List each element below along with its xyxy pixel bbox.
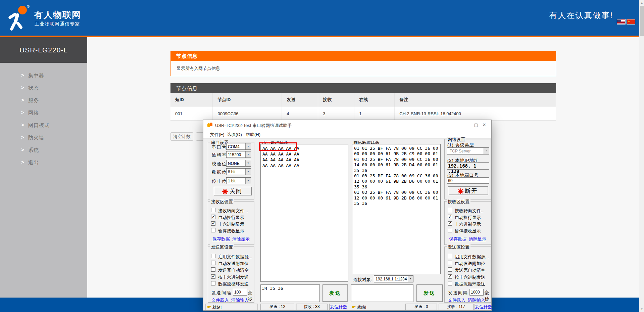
recv-settings-title: 接收区设置 [447, 199, 470, 205]
send-interval-input[interactable]: 100 [233, 289, 247, 296]
save-data-link[interactable]: 保存数据 [212, 236, 230, 242]
pointing-hand-icon: ☛ [207, 304, 211, 310]
sidebar-item-system[interactable]: >系统 [0, 146, 87, 156]
local-ip-input[interactable]: 192.168. 1 .129 [447, 162, 489, 170]
sidebar-item-status[interactable]: >状态 [0, 84, 87, 94]
baud-rate-label: 波特率 [212, 152, 227, 158]
checkbox-icon[interactable] [211, 267, 215, 272]
checkbox-icon[interactable] [448, 261, 452, 265]
checkbox-checked-icon[interactable] [211, 221, 215, 226]
send-interval-input[interactable]: 1000 [469, 289, 484, 296]
checkbox-icon[interactable] [211, 254, 215, 258]
checkbox-icon[interactable] [448, 281, 452, 285]
scroll-up-icon[interactable]: ▲ [639, 0, 644, 5]
checkbox-icon[interactable] [448, 208, 452, 212]
dropdown-arrow-icon[interactable]: ▼ [245, 151, 251, 158]
checkbox-checked-icon[interactable] [448, 274, 452, 279]
serial-send-button[interactable]: 发送 [323, 284, 348, 302]
net-status-ready: ☛ 就绪! [350, 304, 390, 310]
clear-input-link[interactable]: 清除输入 [468, 297, 485, 303]
page-scrollbar[interactable]: ▲ ▼ [639, 0, 644, 312]
serial-recv-area[interactable]: AA AA AA AA AA AA AA AA AA AA AA AA AA A… [260, 144, 348, 282]
protocol-type-select[interactable]: TCP Server▼ [447, 147, 489, 154]
dropdown-arrow-icon[interactable]: ▼ [245, 160, 251, 166]
clear-display-link[interactable]: 清除显示 [469, 236, 486, 242]
cell-remark: CH:2-SNR:13-RSSI:-18.942400 [395, 107, 556, 120]
us-flag-icon[interactable] [617, 19, 626, 25]
serial-recv-counter: 接收 : 33 [296, 304, 328, 310]
stop-bits-select[interactable]: 1 bit▼ [226, 177, 251, 184]
serial-send-settings-group: 发送区设置 启用文件数据源... 自动发送附加位 发送完自动清空 按十六进制发送… [208, 247, 254, 303]
sidebar-item-concentrator[interactable]: >集中器 [0, 71, 87, 81]
net-reset-count-button[interactable]: 复位计数 [475, 304, 491, 310]
serial-recv-settings-group: 接收区设置 接收转向文件... 自动换行显示 十六进制显示 暂停接收显示 保存数… [208, 201, 254, 245]
device-model-title: USR-LG220-L [0, 37, 87, 63]
checkbox-checked-icon[interactable] [448, 215, 452, 219]
menu-file[interactable]: 文件(F) [210, 132, 225, 138]
clear-count-button[interactable]: 清空计数 [170, 132, 193, 141]
checkbox-icon[interactable] [448, 254, 452, 258]
serial-recv-line: AA AA AA AA AA [262, 151, 346, 157]
table-row: 001 0009CC36 4 3 1 CH:2-SNR:13-RSSI:-18.… [170, 107, 556, 120]
checkbox-icon[interactable] [211, 228, 215, 232]
chevron-right-icon: > [21, 72, 24, 78]
net-send-input[interactable] [351, 284, 413, 302]
net-send-button[interactable]: 发送 [416, 284, 443, 302]
dropdown-arrow-icon[interactable]: ▼ [245, 169, 251, 175]
net-recv-area[interactable]: 01 01 25 BF FA 78 00 09 CC 36 00 01 02 0… [352, 144, 441, 274]
dropdown-arrow-icon[interactable]: ▼ [245, 178, 251, 184]
serial-port-select[interactable]: COM4▼ [226, 143, 251, 150]
minimize-button[interactable]: — [452, 120, 467, 130]
sidebar-item-logout[interactable]: >退出 [0, 158, 87, 168]
parity-select[interactable]: NONE▼ [226, 160, 251, 167]
parity-label: 校验位 [212, 161, 227, 167]
checkbox-icon[interactable] [448, 267, 452, 272]
data-bits-select[interactable]: 8 bit▼ [226, 168, 251, 175]
stop-bits-label: 停止位 [212, 178, 227, 184]
recv-settings-title: 接收区设置 [210, 199, 234, 205]
menu-help[interactable]: 帮助(H) [246, 132, 260, 138]
cell-received: 3 [318, 107, 354, 120]
dropdown-arrow-icon[interactable]: ▼ [408, 276, 413, 282]
chevron-right-icon: > [21, 109, 24, 115]
cn-flag-icon[interactable]: ★ [627, 19, 635, 25]
load-file-link[interactable]: 文件载入 [211, 297, 229, 303]
dropdown-arrow-icon[interactable]: ▼ [245, 143, 251, 149]
serial-reset-count-button[interactable]: 复位计数 [329, 304, 348, 310]
serial-settings-group: 串口设置 串口号 波特率 校验位 数据位 停止位 COM4▼ 115200▼ N… [208, 142, 254, 199]
sidebar-item-service[interactable]: >服务 [0, 96, 87, 106]
serial-sent-counter: 发送 : 12 [260, 304, 294, 310]
window-titlebar[interactable]: USR-TCP232-Test 串口转网络调试助手 — ▢ ✕ [203, 120, 491, 130]
baud-rate-select[interactable]: 115200▼ [226, 151, 251, 158]
checkbox-icon[interactable] [211, 261, 215, 265]
connect-target-select[interactable]: 192.168.1.1:1234▼ [374, 275, 413, 282]
checkbox-icon[interactable] [211, 281, 215, 285]
load-file-link[interactable]: 文件载入 [448, 297, 465, 303]
checkbox-icon[interactable] [211, 208, 215, 212]
checkbox-checked-icon[interactable] [448, 221, 452, 226]
sidebar-item-port-mode[interactable]: >网口模式 [0, 121, 87, 131]
menu-options[interactable]: 选项(O) [227, 132, 242, 138]
disconnect-button[interactable]: 断开 [448, 186, 488, 195]
clear-input-link[interactable]: 清除输入 [231, 297, 249, 303]
net-recv-line: 35 36 [354, 201, 439, 206]
dropdown-arrow-icon: ▼ [484, 148, 489, 154]
col-remark: 备注 [395, 93, 556, 107]
data-bits-label: 数据位 [212, 169, 227, 175]
serial-send-input[interactable]: 34 35 36 [260, 284, 320, 302]
scroll-down-icon[interactable]: ▼ [639, 307, 644, 312]
serial-close-button[interactable]: 关闭 [214, 187, 252, 195]
save-data-link[interactable]: 保存数据 [449, 236, 466, 242]
net-recv-line: 35 36 [354, 168, 439, 173]
checkbox-icon[interactable] [448, 228, 452, 232]
checkbox-checked-icon[interactable] [211, 274, 215, 279]
local-port-input[interactable]: 60 [447, 177, 489, 184]
net-recv-settings-group: 接收区设置 接收转向文件... 自动换行显示 十六进制显示 暂停接收显示 保存数… [444, 201, 491, 245]
net-recv-line: 14 00 00 00 61 9B 2B D4 00 00 01 00 03 3… [354, 162, 439, 168]
close-button[interactable]: ✕ [477, 120, 492, 130]
scrollbar-thumb[interactable] [640, 6, 644, 36]
sidebar-item-firewall[interactable]: >防火墙 [0, 133, 87, 143]
sidebar-item-network[interactable]: >网络 [0, 108, 87, 119]
checkbox-checked-icon[interactable] [211, 215, 215, 219]
clear-display-link[interactable]: 清除显示 [232, 236, 250, 242]
